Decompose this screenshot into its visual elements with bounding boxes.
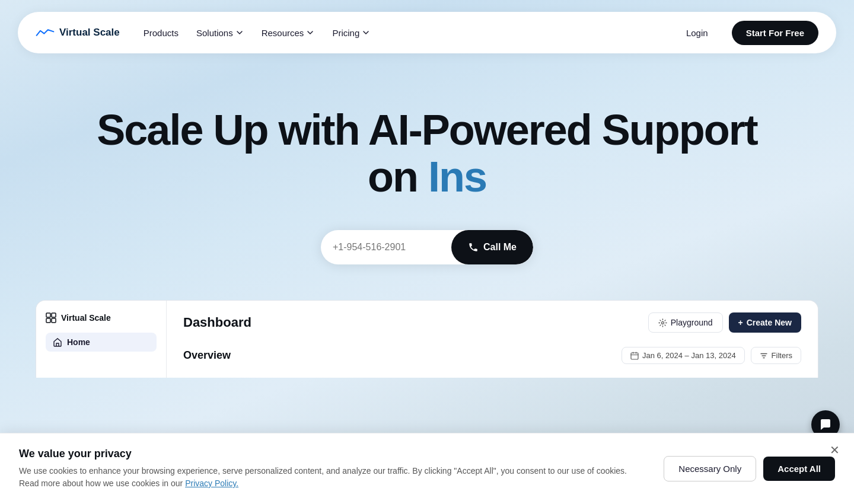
call-me-button[interactable]: Call Me (451, 230, 533, 264)
dashboard-preview: Virtual Scale Home Dashboard (36, 300, 818, 378)
accept-all-button[interactable]: Accept All (763, 457, 835, 481)
hero-title-line1: Scale Up with AI-Powered Support (24, 107, 830, 154)
overview-row: Overview Jan 6, 2024 – Jan 13, 2024 F (183, 347, 801, 364)
logo[interactable]: Virtual Scale (36, 27, 120, 39)
hero-title-line2: on Ins (24, 154, 830, 200)
nav-pricing[interactable]: Pricing (332, 28, 370, 38)
dashboard-header-row: Dashboard Playground + Create New (183, 312, 801, 333)
chat-icon (819, 418, 832, 431)
sidebar: Virtual Scale Home (36, 301, 167, 378)
date-range-badge[interactable]: Jan 6, 2024 – Jan 13, 2024 (622, 347, 745, 364)
phone-input[interactable] (321, 242, 451, 253)
hero-input-wrap: Call Me (321, 230, 533, 264)
chevron-down-icon (235, 28, 244, 37)
gear-icon (658, 318, 667, 327)
overview-actions: Jan 6, 2024 – Jan 13, 2024 Filters (622, 347, 801, 364)
chevron-down-icon (362, 28, 370, 37)
svg-rect-0 (46, 313, 50, 317)
sidebar-home-item[interactable]: Home (46, 333, 157, 352)
dashboard-actions: Playground + Create New (648, 312, 801, 333)
privacy-policy-link[interactable]: Privacy Policy. (185, 479, 238, 488)
filter-icon (760, 352, 768, 360)
svg-rect-1 (52, 313, 56, 317)
playground-button[interactable]: Playground (648, 312, 723, 333)
sidebar-grid-icon (46, 312, 56, 323)
main-content: Dashboard Playground + Create New (167, 301, 818, 378)
cookie-close-button[interactable]: ✕ (830, 443, 840, 457)
nav-resources[interactable]: Resources (262, 28, 315, 38)
hero-input-row: Call Me (24, 230, 830, 264)
login-button[interactable]: Login (686, 28, 708, 38)
filters-label: Filters (772, 351, 792, 360)
overview-title: Overview (183, 349, 231, 362)
filters-badge[interactable]: Filters (751, 347, 801, 364)
start-free-button[interactable]: Start For Free (732, 21, 818, 45)
home-icon (53, 337, 62, 347)
create-new-button[interactable]: + Create New (729, 312, 801, 333)
cookie-inner: We value your privacy We use cookies to … (19, 448, 835, 490)
svg-rect-2 (46, 318, 50, 323)
nav-products[interactable]: Products (144, 28, 179, 38)
nav-links: Products Solutions Resources Pricing (144, 28, 391, 38)
chevron-down-icon (306, 28, 314, 37)
phone-icon (468, 242, 479, 253)
cookie-banner: ✕ We value your privacy We use cookies t… (0, 433, 854, 504)
hero-section: Scale Up with AI-Powered Support on Ins … (0, 53, 854, 300)
dashboard-title: Dashboard (183, 315, 251, 330)
calendar-icon (630, 352, 639, 360)
navbar: Virtual Scale Products Solutions Resourc… (18, 12, 836, 53)
dashboard-inner: Virtual Scale Home Dashboard (36, 301, 818, 378)
cookie-text-block: We value your privacy We use cookies to … (19, 448, 640, 490)
cookie-desc: We use cookies to enhance your browsing … (19, 465, 640, 490)
cookie-title: We value your privacy (19, 448, 640, 460)
cookie-actions: Necessary Only Accept All (664, 456, 835, 481)
logo-text: Virtual Scale (59, 27, 120, 39)
sidebar-logo: Virtual Scale (46, 312, 157, 323)
hero-highlight: Ins (428, 153, 486, 200)
svg-rect-3 (52, 318, 56, 323)
date-range-text: Jan 6, 2024 – Jan 13, 2024 (642, 351, 736, 360)
logo-icon (36, 27, 55, 39)
sidebar-home-label: Home (67, 337, 90, 347)
nav-solutions[interactable]: Solutions (196, 28, 244, 38)
svg-point-4 (661, 321, 664, 324)
svg-rect-5 (631, 353, 638, 359)
sidebar-logo-text: Virtual Scale (61, 313, 111, 323)
necessary-only-button[interactable]: Necessary Only (664, 456, 756, 481)
